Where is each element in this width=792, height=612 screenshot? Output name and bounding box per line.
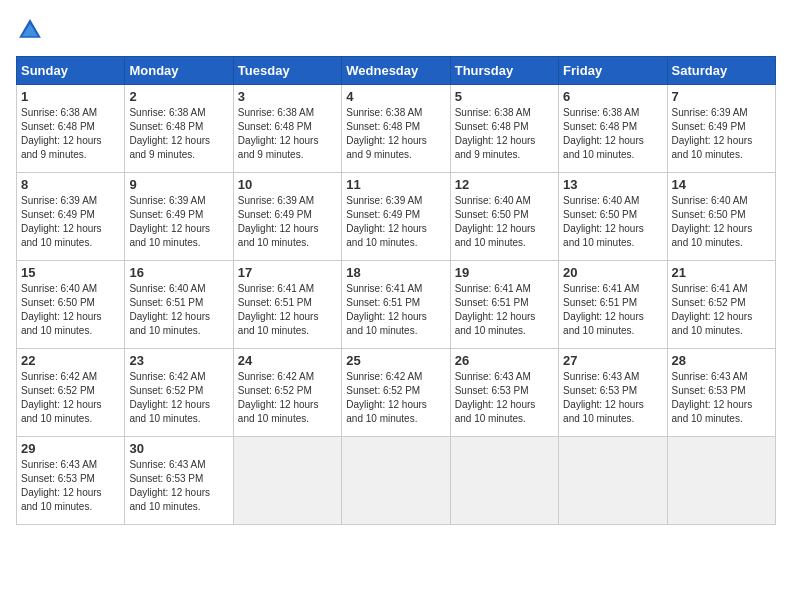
day-number: 22: [21, 353, 120, 368]
cell-info: Sunrise: 6:43 AMSunset: 6:53 PMDaylight:…: [129, 459, 210, 512]
cell-info: Sunrise: 6:40 AMSunset: 6:50 PMDaylight:…: [455, 195, 536, 248]
calendar-cell: 10 Sunrise: 6:39 AMSunset: 6:49 PMDaylig…: [233, 173, 341, 261]
cell-info: Sunrise: 6:38 AMSunset: 6:48 PMDaylight:…: [129, 107, 210, 160]
day-number: 28: [672, 353, 771, 368]
calendar-cell: 7 Sunrise: 6:39 AMSunset: 6:49 PMDayligh…: [667, 85, 775, 173]
day-number: 21: [672, 265, 771, 280]
cell-info: Sunrise: 6:39 AMSunset: 6:49 PMDaylight:…: [238, 195, 319, 248]
calendar-cell: 5 Sunrise: 6:38 AMSunset: 6:48 PMDayligh…: [450, 85, 558, 173]
cell-info: Sunrise: 6:38 AMSunset: 6:48 PMDaylight:…: [238, 107, 319, 160]
calendar-cell: 1 Sunrise: 6:38 AMSunset: 6:48 PMDayligh…: [17, 85, 125, 173]
header-cell-monday: Monday: [125, 57, 233, 85]
calendar-cell: 26 Sunrise: 6:43 AMSunset: 6:53 PMDaylig…: [450, 349, 558, 437]
cell-info: Sunrise: 6:39 AMSunset: 6:49 PMDaylight:…: [21, 195, 102, 248]
header-cell-wednesday: Wednesday: [342, 57, 450, 85]
header-row: SundayMondayTuesdayWednesdayThursdayFrid…: [17, 57, 776, 85]
day-number: 14: [672, 177, 771, 192]
day-number: 11: [346, 177, 445, 192]
day-number: 12: [455, 177, 554, 192]
cell-info: Sunrise: 6:38 AMSunset: 6:48 PMDaylight:…: [563, 107, 644, 160]
day-number: 16: [129, 265, 228, 280]
day-number: 23: [129, 353, 228, 368]
calendar-cell: 25 Sunrise: 6:42 AMSunset: 6:52 PMDaylig…: [342, 349, 450, 437]
day-number: 26: [455, 353, 554, 368]
cell-info: Sunrise: 6:40 AMSunset: 6:50 PMDaylight:…: [672, 195, 753, 248]
cell-info: Sunrise: 6:38 AMSunset: 6:48 PMDaylight:…: [455, 107, 536, 160]
calendar-cell: 17 Sunrise: 6:41 AMSunset: 6:51 PMDaylig…: [233, 261, 341, 349]
header-cell-saturday: Saturday: [667, 57, 775, 85]
day-number: 27: [563, 353, 662, 368]
week-row-1: 1 Sunrise: 6:38 AMSunset: 6:48 PMDayligh…: [17, 85, 776, 173]
logo: [16, 16, 48, 44]
cell-info: Sunrise: 6:39 AMSunset: 6:49 PMDaylight:…: [346, 195, 427, 248]
day-number: 18: [346, 265, 445, 280]
cell-info: Sunrise: 6:42 AMSunset: 6:52 PMDaylight:…: [238, 371, 319, 424]
cell-info: Sunrise: 6:40 AMSunset: 6:50 PMDaylight:…: [563, 195, 644, 248]
calendar-cell: 27 Sunrise: 6:43 AMSunset: 6:53 PMDaylig…: [559, 349, 667, 437]
day-number: 10: [238, 177, 337, 192]
calendar-cell: 14 Sunrise: 6:40 AMSunset: 6:50 PMDaylig…: [667, 173, 775, 261]
day-number: 6: [563, 89, 662, 104]
cell-info: Sunrise: 6:43 AMSunset: 6:53 PMDaylight:…: [21, 459, 102, 512]
day-number: 29: [21, 441, 120, 456]
day-number: 20: [563, 265, 662, 280]
week-row-5: 29 Sunrise: 6:43 AMSunset: 6:53 PMDaylig…: [17, 437, 776, 525]
calendar-cell: [559, 437, 667, 525]
cell-info: Sunrise: 6:41 AMSunset: 6:51 PMDaylight:…: [238, 283, 319, 336]
cell-info: Sunrise: 6:40 AMSunset: 6:50 PMDaylight:…: [21, 283, 102, 336]
calendar-cell: 23 Sunrise: 6:42 AMSunset: 6:52 PMDaylig…: [125, 349, 233, 437]
calendar-cell: 28 Sunrise: 6:43 AMSunset: 6:53 PMDaylig…: [667, 349, 775, 437]
calendar-cell: 6 Sunrise: 6:38 AMSunset: 6:48 PMDayligh…: [559, 85, 667, 173]
cell-info: Sunrise: 6:39 AMSunset: 6:49 PMDaylight:…: [672, 107, 753, 160]
header-cell-sunday: Sunday: [17, 57, 125, 85]
calendar-cell: 29 Sunrise: 6:43 AMSunset: 6:53 PMDaylig…: [17, 437, 125, 525]
day-number: 15: [21, 265, 120, 280]
header: [16, 16, 776, 44]
cell-info: Sunrise: 6:40 AMSunset: 6:51 PMDaylight:…: [129, 283, 210, 336]
calendar-cell: 24 Sunrise: 6:42 AMSunset: 6:52 PMDaylig…: [233, 349, 341, 437]
cell-info: Sunrise: 6:43 AMSunset: 6:53 PMDaylight:…: [672, 371, 753, 424]
cell-info: Sunrise: 6:41 AMSunset: 6:51 PMDaylight:…: [563, 283, 644, 336]
cell-info: Sunrise: 6:39 AMSunset: 6:49 PMDaylight:…: [129, 195, 210, 248]
calendar-cell: 2 Sunrise: 6:38 AMSunset: 6:48 PMDayligh…: [125, 85, 233, 173]
day-number: 25: [346, 353, 445, 368]
calendar-table: SundayMondayTuesdayWednesdayThursdayFrid…: [16, 56, 776, 525]
calendar-cell: 16 Sunrise: 6:40 AMSunset: 6:51 PMDaylig…: [125, 261, 233, 349]
header-cell-thursday: Thursday: [450, 57, 558, 85]
calendar-cell: [233, 437, 341, 525]
calendar-cell: 21 Sunrise: 6:41 AMSunset: 6:52 PMDaylig…: [667, 261, 775, 349]
calendar-cell: 13 Sunrise: 6:40 AMSunset: 6:50 PMDaylig…: [559, 173, 667, 261]
calendar-cell: 30 Sunrise: 6:43 AMSunset: 6:53 PMDaylig…: [125, 437, 233, 525]
cell-info: Sunrise: 6:41 AMSunset: 6:51 PMDaylight:…: [346, 283, 427, 336]
day-number: 7: [672, 89, 771, 104]
day-number: 13: [563, 177, 662, 192]
calendar-cell: 11 Sunrise: 6:39 AMSunset: 6:49 PMDaylig…: [342, 173, 450, 261]
calendar-cell: [450, 437, 558, 525]
header-cell-friday: Friday: [559, 57, 667, 85]
calendar-cell: 3 Sunrise: 6:38 AMSunset: 6:48 PMDayligh…: [233, 85, 341, 173]
day-number: 8: [21, 177, 120, 192]
calendar-cell: 4 Sunrise: 6:38 AMSunset: 6:48 PMDayligh…: [342, 85, 450, 173]
calendar-cell: 20 Sunrise: 6:41 AMSunset: 6:51 PMDaylig…: [559, 261, 667, 349]
cell-info: Sunrise: 6:41 AMSunset: 6:52 PMDaylight:…: [672, 283, 753, 336]
day-number: 1: [21, 89, 120, 104]
week-row-3: 15 Sunrise: 6:40 AMSunset: 6:50 PMDaylig…: [17, 261, 776, 349]
cell-info: Sunrise: 6:38 AMSunset: 6:48 PMDaylight:…: [346, 107, 427, 160]
day-number: 24: [238, 353, 337, 368]
calendar-cell: [667, 437, 775, 525]
day-number: 3: [238, 89, 337, 104]
day-number: 5: [455, 89, 554, 104]
cell-info: Sunrise: 6:43 AMSunset: 6:53 PMDaylight:…: [455, 371, 536, 424]
cell-info: Sunrise: 6:38 AMSunset: 6:48 PMDaylight:…: [21, 107, 102, 160]
cell-info: Sunrise: 6:42 AMSunset: 6:52 PMDaylight:…: [21, 371, 102, 424]
calendar-cell: 22 Sunrise: 6:42 AMSunset: 6:52 PMDaylig…: [17, 349, 125, 437]
week-row-4: 22 Sunrise: 6:42 AMSunset: 6:52 PMDaylig…: [17, 349, 776, 437]
cell-info: Sunrise: 6:43 AMSunset: 6:53 PMDaylight:…: [563, 371, 644, 424]
calendar-cell: 15 Sunrise: 6:40 AMSunset: 6:50 PMDaylig…: [17, 261, 125, 349]
day-number: 4: [346, 89, 445, 104]
cell-info: Sunrise: 6:42 AMSunset: 6:52 PMDaylight:…: [346, 371, 427, 424]
header-cell-tuesday: Tuesday: [233, 57, 341, 85]
calendar-cell: [342, 437, 450, 525]
calendar-cell: 8 Sunrise: 6:39 AMSunset: 6:49 PMDayligh…: [17, 173, 125, 261]
day-number: 19: [455, 265, 554, 280]
